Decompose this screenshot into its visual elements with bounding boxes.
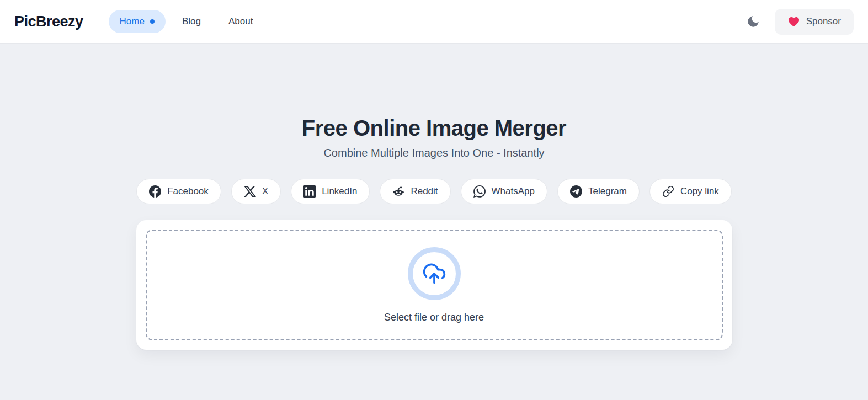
share-reddit-label: Reddit: [411, 186, 438, 197]
brand-logo[interactable]: PicBreezy: [14, 13, 83, 30]
share-facebook-button[interactable]: Facebook: [136, 179, 221, 204]
telegram-icon: [570, 185, 582, 198]
upload-card: Select file or drag here: [136, 220, 732, 350]
copy-link-button[interactable]: Copy link: [649, 179, 732, 204]
cloud-upload-icon: [422, 262, 446, 286]
share-button-row: Facebook X LinkedIn Reddit: [0, 179, 868, 204]
share-facebook-label: Facebook: [167, 186, 209, 197]
dropzone-label: Select file or drag here: [384, 312, 484, 323]
share-whatsapp-label: WhatsApp: [492, 186, 535, 197]
nav-item-about[interactable]: About: [217, 10, 264, 33]
main-content: Free Online Image Merger Combine Multipl…: [0, 116, 868, 350]
moon-icon[interactable]: [746, 14, 760, 29]
share-linkedin-label: LinkedIn: [322, 186, 357, 197]
linkedin-icon: [303, 185, 316, 198]
upload-circle: [408, 247, 461, 300]
nav-item-home[interactable]: Home: [109, 10, 166, 33]
copy-link-label: Copy link: [680, 186, 719, 197]
header-actions: Sponsor: [746, 9, 854, 35]
nav-item-blog-label: Blog: [182, 16, 201, 27]
main-nav: Home Blog About: [109, 10, 264, 33]
nav-item-home-label: Home: [120, 16, 145, 27]
whatsapp-icon: [473, 185, 486, 198]
file-dropzone[interactable]: Select file or drag here: [146, 230, 723, 340]
nav-item-blog[interactable]: Blog: [171, 10, 212, 33]
sponsor-button-label: Sponsor: [806, 16, 841, 27]
sponsor-button[interactable]: Sponsor: [775, 9, 854, 35]
share-telegram-label: Telegram: [588, 186, 627, 197]
header: PicBreezy Home Blog About Sponsor: [0, 0, 868, 44]
share-x-label: X: [262, 186, 268, 197]
nav-item-about-label: About: [228, 16, 253, 27]
facebook-icon: [149, 185, 161, 198]
page-title: Free Online Image Merger: [0, 116, 868, 141]
share-reddit-button[interactable]: Reddit: [380, 179, 450, 204]
share-whatsapp-button[interactable]: WhatsApp: [461, 179, 547, 204]
page-subtitle: Combine Multiple Images Into One - Insta…: [0, 147, 868, 159]
x-icon: [244, 185, 256, 198]
active-dot-icon: [150, 19, 155, 24]
share-telegram-button[interactable]: Telegram: [557, 179, 640, 204]
link-icon: [662, 185, 674, 198]
share-linkedin-button[interactable]: LinkedIn: [291, 179, 370, 204]
share-x-button[interactable]: X: [231, 179, 281, 204]
reddit-icon: [392, 185, 404, 198]
heart-icon: [787, 15, 800, 28]
